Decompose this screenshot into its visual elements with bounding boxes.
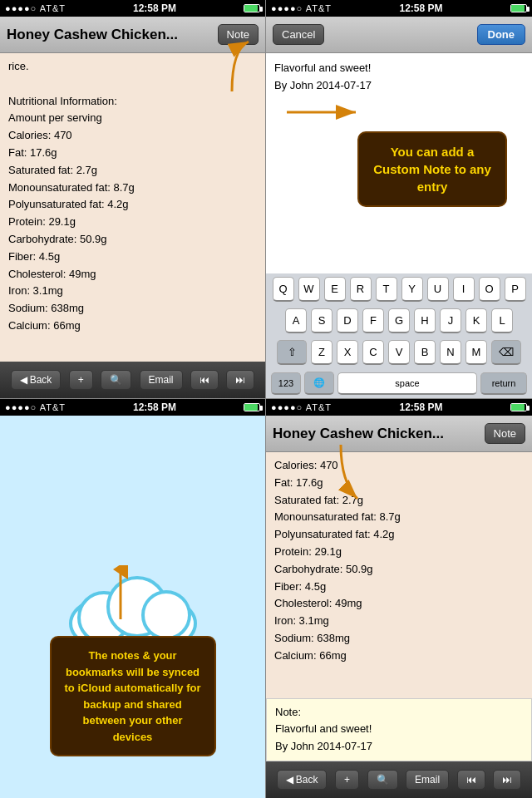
key-r[interactable]: R — [350, 277, 372, 302]
note-line-1: Flavorful and sweet! — [274, 60, 524, 77]
key-b[interactable]: B — [414, 340, 436, 365]
note-text-line1-br: Flavorful and sweet! — [275, 721, 523, 738]
note-button-tl[interactable]: Note — [218, 24, 259, 45]
arrow-tr-right — [283, 96, 366, 129]
rewind-icon-br: ⏮ — [466, 774, 476, 786]
battery-icon-tl — [244, 4, 260, 12]
done-button[interactable]: Done — [477, 24, 526, 45]
rewind-button-tl[interactable]: ⏮ — [190, 370, 219, 390]
carrier-br: ●●●●○ AT&T — [271, 402, 332, 412]
key-i[interactable]: I — [453, 277, 475, 302]
note-line-2: By John 2014-07-17 — [274, 77, 524, 95]
back-button-tl[interactable]: ◀ Back — [11, 370, 62, 390]
back-icon-tl: ◀ — [20, 374, 27, 386]
note-label-br: Note: — [275, 704, 523, 722]
carrier-tl: ●●●●○ AT&T — [5, 3, 66, 13]
rewind-icon-tl: ⏮ — [200, 374, 209, 386]
key-delete[interactable]: ⌫ — [491, 340, 521, 365]
key-n[interactable]: N — [440, 340, 461, 365]
add-button-br[interactable]: + — [335, 770, 359, 790]
battery-icon-br — [510, 403, 527, 411]
note-text-line2-br: By John 2014-07-17 — [275, 738, 523, 756]
keyboard: Q W E R T Y U I O P A S D F G H J K L — [266, 273, 532, 398]
time-tr: 12:58 PM — [399, 2, 442, 14]
key-w[interactable]: W — [298, 277, 320, 302]
key-e[interactable]: E — [324, 277, 346, 302]
key-c[interactable]: C — [362, 340, 384, 365]
battery-bl — [244, 403, 260, 411]
key-k[interactable]: K — [466, 308, 487, 333]
key-return[interactable]: return — [480, 372, 527, 395]
carrier-bl: ●●●●○ AT&T — [5, 402, 66, 412]
forward-button-br[interactable]: ⏭ — [493, 770, 521, 790]
key-y[interactable]: Y — [401, 277, 423, 302]
keyboard-row-2: A S D F G H J K L — [266, 305, 532, 337]
arrow-cross-br — [316, 441, 366, 507]
battery-tr — [510, 4, 527, 12]
nutrition-text-br: Calories: 470Fat: 17.6gSaturated fat: 2.… — [274, 457, 524, 665]
arrow-up-bl — [100, 565, 141, 623]
content-area-tl: rice.Nutritional Information:Amount per … — [0, 53, 265, 362]
search-button-tl[interactable]: 🔍 — [101, 370, 131, 390]
key-q[interactable]: Q — [273, 277, 294, 302]
forward-icon-br: ⏭ — [502, 774, 512, 786]
nutrition-text-tl: rice.Nutritional Information:Amount per … — [8, 58, 257, 335]
email-button-tl[interactable]: Email — [140, 370, 183, 390]
key-s[interactable]: S — [311, 308, 332, 333]
back-icon-br: ◀ — [286, 774, 293, 786]
battery-br — [510, 403, 527, 411]
key-a[interactable]: A — [285, 308, 307, 333]
back-button-br[interactable]: ◀ Back — [277, 770, 328, 790]
svg-point-5 — [143, 592, 190, 638]
key-v[interactable]: V — [388, 340, 410, 365]
cancel-done-bar: Cancel Done — [266, 17, 532, 53]
panel-bottom-left: ●●●●○ AT&T 12:58 PM .cloud-body { fill: … — [0, 399, 266, 798]
panel-top-right: ●●●●○ AT&T 12:58 PM Cancel Done Flavorfu… — [266, 0, 532, 399]
rewind-button-br[interactable]: ⏮ — [457, 770, 485, 790]
page-title-tl: Honey Cashew Chicken... — [7, 27, 218, 43]
key-globe[interactable]: 🌐 — [304, 372, 334, 395]
key-d[interactable]: D — [337, 308, 358, 333]
battery-fill-bl — [244, 404, 258, 411]
search-button-br[interactable]: 🔍 — [367, 770, 398, 790]
panel-bottom-right: ●●●●○ AT&T 12:58 PM Honey Cashew Chicken… — [266, 399, 532, 798]
status-bar-tr: ●●●●○ AT&T 12:58 PM — [266, 0, 532, 17]
battery-fill-br — [511, 404, 525, 411]
content-area-br: Calories: 470Fat: 17.6gSaturated fat: 2.… — [266, 452, 532, 698]
key-t[interactable]: T — [376, 277, 397, 302]
key-space[interactable]: space — [337, 372, 477, 395]
key-m[interactable]: M — [466, 340, 487, 365]
key-h[interactable]: H — [414, 308, 436, 333]
title-bar-tl: Honey Cashew Chicken... Note — [0, 17, 265, 53]
toolbar-tl: ◀ Back + 🔍 Email ⏮ ⏭ — [0, 362, 265, 398]
key-123[interactable]: 123 — [271, 372, 301, 395]
status-bar-tl: ●●●●○ AT&T 12:58 PM — [0, 0, 265, 17]
note-section-br: Note: Flavorful and sweet! By John 2014-… — [266, 698, 532, 761]
key-shift[interactable]: ⇧ — [277, 340, 307, 365]
keyboard-row-3: ⇧ Z X C V B N M ⌫ — [266, 337, 532, 368]
key-u[interactable]: U — [427, 277, 449, 302]
key-f[interactable]: F — [362, 308, 384, 333]
key-p[interactable]: P — [505, 277, 526, 302]
key-o[interactable]: O — [479, 277, 500, 302]
panel-top-left: ●●●●○ AT&T 12:58 PM Honey Cashew Chicken… — [0, 0, 266, 399]
battery-icon-tr — [510, 4, 527, 12]
time-tl: 12:58 PM — [133, 2, 176, 14]
forward-button-tl[interactable]: ⏭ — [226, 370, 254, 390]
forward-icon-tl: ⏭ — [235, 374, 245, 386]
key-l[interactable]: L — [491, 308, 513, 333]
cancel-button[interactable]: Cancel — [273, 24, 324, 45]
note-button-br[interactable]: Note — [485, 423, 525, 444]
key-j[interactable]: J — [440, 308, 461, 333]
email-button-br[interactable]: Email — [406, 770, 449, 790]
key-g[interactable]: G — [388, 308, 410, 333]
keyboard-row-4: 123 🌐 space return — [266, 368, 532, 398]
keyboard-row-1: Q W E R T Y U I O P — [266, 273, 532, 305]
key-x[interactable]: X — [337, 340, 358, 365]
add-button-tl[interactable]: + — [69, 370, 93, 390]
status-bar-bl: ●●●●○ AT&T 12:58 PM — [0, 399, 265, 416]
tooltip-box-bl: The notes & your bookmarks will be synce… — [50, 636, 216, 756]
key-z[interactable]: Z — [311, 340, 332, 365]
time-br: 12:58 PM — [399, 401, 442, 413]
toolbar-br: ◀ Back + 🔍 Email ⏮ ⏭ — [266, 761, 532, 798]
